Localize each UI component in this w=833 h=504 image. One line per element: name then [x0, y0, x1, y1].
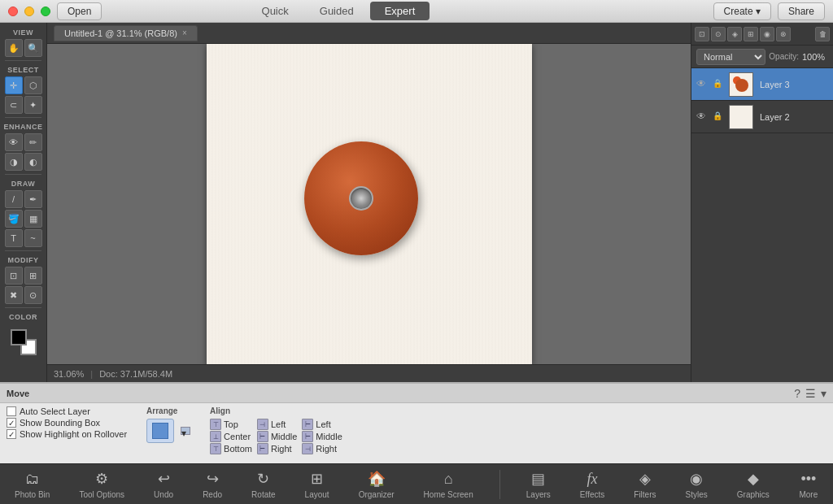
share-button[interactable]: Share [778, 2, 825, 20]
recompose-tool[interactable]: ⊞ [24, 267, 42, 285]
layout-button[interactable]: ⊞ Layout [299, 466, 336, 502]
organizer-button[interactable]: 🏠 Organizer [352, 466, 401, 502]
open-button[interactable]: Open [57, 2, 102, 20]
smudge-tool[interactable]: ~ [24, 229, 42, 247]
move-tool[interactable]: ✛ [5, 76, 23, 94]
panel-toolbar: ⊡ ⊙ ◈ ⊞ ◉ ⊗ 🗑 [691, 23, 833, 46]
lock-icon-3[interactable]: 🔒 [713, 79, 724, 90]
canvas[interactable] [207, 44, 532, 364]
lock-icon-2[interactable]: 🔒 [713, 111, 724, 123]
panel-icon-2[interactable]: ⊙ [711, 27, 726, 41]
arrange-button[interactable] [146, 419, 174, 443]
layer-item-3[interactable]: 👁 🔒 Layer 3 [691, 68, 833, 101]
tab-guided[interactable]: Guided [305, 2, 369, 20]
tab-expert[interactable]: Expert [370, 2, 430, 20]
expand-icon[interactable]: ▾ [821, 387, 826, 400]
effects-button[interactable]: fx Effects [574, 466, 611, 502]
eye-icon-2[interactable]: 👁 [696, 111, 709, 124]
burn-tool[interactable]: ◐ [24, 153, 42, 171]
graphics-button[interactable]: ◆ Graphics [731, 466, 776, 502]
align-bottom[interactable]: ⊤ Bottom [210, 443, 252, 454]
view-tools: ✋ 🔍 [0, 38, 46, 58]
select-tool[interactable]: ⬡ [24, 76, 42, 94]
lasso-tool[interactable]: ⊂ [5, 96, 23, 114]
blend-mode-select[interactable]: Normal [696, 49, 765, 65]
select-label: SELECT [0, 63, 46, 76]
align-left[interactable]: ⊣ Left [257, 419, 297, 430]
zoom-tool[interactable]: 🔍 [24, 39, 42, 57]
panel-icon-6[interactable]: ⊗ [776, 27, 791, 41]
help-icon[interactable]: ? [794, 387, 800, 400]
align-center-v[interactable]: ⊥ Center [210, 431, 252, 442]
pencil-tool[interactable]: / [5, 190, 23, 208]
create-button[interactable]: Create ▾ [713, 2, 771, 20]
align-right[interactable]: ⊢ Right [257, 443, 297, 454]
filters-button[interactable]: ◈ Filters [627, 466, 662, 502]
arrange-label: Arrange [146, 406, 190, 415]
layers-button[interactable]: ▤ Layers [520, 466, 557, 502]
more-label: More [799, 490, 818, 499]
arrange-section: Arrange ▾ [146, 406, 190, 460]
clone-tool[interactable]: ⊙ [24, 286, 42, 304]
eye-icon-3[interactable]: 👁 [696, 78, 709, 91]
home-screen-button[interactable]: ⌂ Home Screen [417, 466, 480, 502]
distribute-left[interactable]: ⊢ Left [302, 419, 342, 430]
hand-tool[interactable]: ✋ [5, 39, 23, 57]
arrange-dropdown[interactable]: ▾ [181, 427, 190, 435]
close-button[interactable] [8, 7, 18, 16]
align-left-icon: ⊣ [257, 419, 268, 430]
menu-icon[interactable]: ☰ [805, 387, 816, 400]
distribute-middle[interactable]: ⊢ Middle [302, 431, 342, 442]
organizer-icon: 🏠 [367, 469, 386, 489]
redo-button[interactable]: ↪ Redo [196, 466, 229, 502]
styles-button[interactable]: ◉ Styles [679, 466, 714, 502]
eyedropper-tool[interactable]: 👁 [5, 133, 23, 151]
red-eye-tool[interactable]: ✏ [24, 133, 42, 151]
undo-button[interactable]: ↩ Undo [147, 466, 180, 502]
tab-quick[interactable]: Quick [247, 2, 303, 20]
distribute-right[interactable]: ⊣ Right [302, 443, 342, 454]
align-middle[interactable]: ⊢ Middle [257, 431, 297, 442]
tool-options-button[interactable]: ⚙ Tool Options [72, 466, 131, 502]
crop-tool[interactable]: ⊡ [5, 267, 23, 285]
gradient-tool[interactable]: ▦ [24, 210, 42, 228]
auto-select-label: Auto Select Layer [20, 406, 90, 416]
enhance-tools-1: 👁 ✏ [0, 133, 46, 152]
more-button[interactable]: ••• More [792, 466, 825, 502]
paint-bucket[interactable]: 🪣 [5, 210, 23, 228]
nav-tabs: Quick Guided Expert [247, 2, 430, 20]
highlight-checkbox[interactable] [7, 429, 16, 439]
redo-label: Redo [203, 490, 222, 499]
minimize-button[interactable] [24, 7, 34, 16]
bounding-box-checkbox[interactable] [7, 418, 16, 428]
panel-icon-1[interactable]: ⊡ [695, 27, 709, 41]
photo-bin-button[interactable]: 🗂 Photo Bin [8, 466, 56, 502]
distribute-left-icon: ⊢ [302, 419, 313, 430]
healing-tool[interactable]: ✖ [5, 286, 23, 304]
dodge-tool[interactable]: ◑ [5, 153, 23, 171]
layer-item-2[interactable]: 👁 🔒 Layer 2 [691, 101, 833, 133]
panel-icon-5[interactable]: ◉ [760, 27, 774, 41]
filters-label: Filters [634, 490, 656, 499]
delete-layer-icon[interactable]: 🗑 [815, 27, 830, 41]
canvas-scroll[interactable] [47, 44, 691, 364]
type-tool[interactable]: T [5, 229, 23, 247]
align-top[interactable]: ⊤ Top [210, 419, 252, 430]
undo-icon: ↩ [154, 469, 173, 489]
file-tab[interactable]: Untitled-1 @ 31.1% (RGB/8) × [54, 25, 198, 41]
color-swatches[interactable] [11, 329, 37, 355]
auto-select-checkbox[interactable] [7, 406, 16, 416]
file-tab-close[interactable]: × [182, 28, 187, 37]
panel-icon-3[interactable]: ◈ [727, 27, 742, 41]
align-center-v-label: Center [224, 432, 251, 441]
align-label: Align [210, 406, 342, 415]
divider-1 [5, 60, 41, 61]
bottom-toolbar: 🗂 Photo Bin ⚙ Tool Options ↩ Undo ↪ Redo… [0, 463, 833, 504]
foreground-color[interactable] [11, 329, 27, 345]
magic-wand[interactable]: ✦ [24, 96, 42, 114]
maximize-button[interactable] [41, 7, 50, 16]
panel-icon-4[interactable]: ⊞ [744, 27, 758, 41]
brush-tool[interactable]: ✒ [24, 190, 42, 208]
layer-thumb-3 [729, 72, 753, 97]
rotate-button[interactable]: ↻ Rotate [245, 466, 281, 502]
